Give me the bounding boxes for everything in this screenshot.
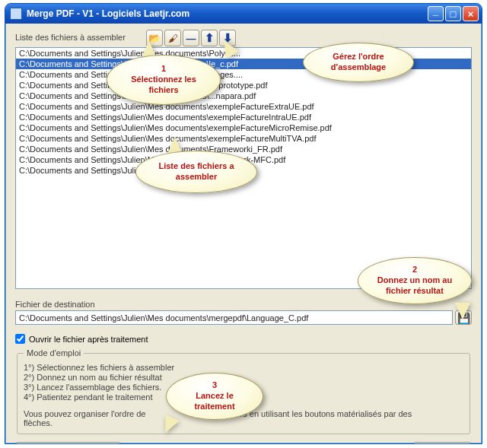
list-item[interactable]: C:\Documents and Settings\Julien\Mes doc… (16, 144, 471, 154)
instruction-1: 1°) Sélectionnez les fichiers à assemble… (24, 363, 463, 372)
browse-save-button[interactable]: 💾 (455, 310, 472, 325)
close-app-button[interactable]: 🚪 Fermer (413, 442, 472, 444)
open-after-checkbox[interactable] (15, 334, 25, 344)
client-area: Liste des fichiers à assembler 📂 🖌 — ⬆ ⬇… (8, 24, 479, 441)
move-up-button[interactable]: ⬆ (201, 30, 218, 46)
arrow-up-icon: ⬆ (205, 31, 215, 45)
file-list-label: Liste des fichiers à assembler (15, 33, 126, 42)
list-item[interactable]: C:\Documents and Settings\Julien\Mes doc… (16, 80, 471, 91)
list-item[interactable]: C:\Documents and Settings\Julien\Mes doc… (16, 165, 471, 176)
instruction-3: 3°) Lancez l'assemblage des fichiers. (24, 383, 463, 392)
titlebar[interactable]: Merge PDF - V1 - Logiciels Laetjr.com _ … (5, 4, 482, 24)
instructions-legend: Mode d'emploi (24, 348, 84, 357)
window-title: Merge PDF - V1 - Logiciels Laetjr.com (27, 8, 428, 19)
destination-label: Fichier de destination (15, 300, 472, 309)
open-after-label[interactable]: Ouvrir le fichier après traitement (29, 335, 148, 344)
close-button[interactable]: × (463, 6, 479, 21)
open-files-button[interactable]: 📂 (146, 30, 163, 46)
list-item[interactable]: C:\Documents and Settings\Julien\Mes doc… (16, 101, 471, 112)
list-item[interactable]: C:\Documents and Settings\Julien\Mes doc… (16, 48, 471, 59)
list-item[interactable]: C:\Documents and Settings\Julien\Mes doc… (16, 91, 471, 101)
remove-item-button[interactable]: — (183, 30, 199, 46)
list-item[interactable]: C:\Documents and Settings\Julien\Mes doc… (16, 69, 471, 80)
folder-open-icon: 📂 (148, 33, 161, 44)
minus-icon: — (186, 33, 196, 44)
run-button[interactable]: ⚡ Lancer le traitement (15, 442, 121, 444)
instruction-2: 2°) Donnez un nom au fichier résultat (24, 373, 463, 382)
list-item[interactable]: C:\Documents and Settings\Julien\Mes doc… (16, 112, 471, 122)
app-icon (10, 8, 22, 20)
list-item[interactable]: C:\Documents and Settings\Julien\Mes doc… (16, 59, 471, 69)
move-down-button[interactable]: ⬇ (219, 30, 236, 46)
instruction-note: Vous pouvez organiser l'ordre de rs en u… (24, 409, 463, 427)
minimize-button[interactable]: _ (428, 6, 444, 21)
destination-input[interactable] (15, 310, 453, 325)
list-item[interactable]: C:\Documents and Settings\Julien\Mes doc… (16, 122, 471, 133)
clear-list-button[interactable]: 🖌 (164, 30, 181, 46)
list-item[interactable]: C:\Documents and Settings\Julien\Mes doc… (16, 133, 471, 144)
list-item[interactable]: C:\Documents and Settings\Julien\Mes doc… (16, 154, 471, 165)
instructions-group: Mode d'emploi 1°) Sélectionnez les fichi… (17, 348, 470, 434)
paintbrush-icon: 🖌 (168, 33, 178, 44)
instruction-4: 4°) Patientez pendant le traitement (24, 392, 463, 402)
file-list[interactable]: C:\Documents and Settings\Julien\Mes doc… (15, 47, 472, 289)
maximize-button[interactable]: □ (445, 6, 461, 21)
app-window: Merge PDF - V1 - Logiciels Laetjr.com _ … (5, 3, 482, 444)
arrow-down-icon: ⬇ (223, 31, 233, 45)
floppy-icon: 💾 (457, 312, 470, 324)
